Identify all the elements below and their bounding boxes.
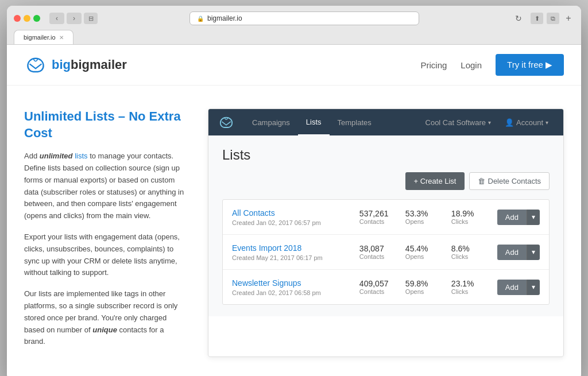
list-row: Events Import 2018 Created May 21, 2017 … <box>223 235 549 270</box>
account-label: Account <box>516 118 543 127</box>
app-body: Lists + Create List 🗑 Delete Contacts Al <box>208 135 563 316</box>
list-row: All Contacts Created Jan 02, 2017 06:57 … <box>223 200 549 235</box>
active-tab[interactable]: bigmailer.io ✕ <box>14 30 74 44</box>
account-dropdown[interactable]: 👤 Account ▾ <box>499 118 554 127</box>
maximize-button[interactable] <box>33 15 40 22</box>
section-para3: Our lists are implemented like tags in o… <box>24 288 185 348</box>
logo-text: bigbigmailer <box>52 57 127 72</box>
opens-label: Opens <box>405 253 440 260</box>
nav-templates[interactable]: Templates <box>330 109 380 135</box>
add-dropdown-button[interactable]: ▾ <box>527 280 540 295</box>
clicks-value: 18.9% <box>451 209 486 218</box>
app-nav-logo <box>218 115 235 129</box>
url-text: bigmailer.io <box>207 14 242 22</box>
address-bar[interactable]: 🔒 bigmailer.io <box>189 11 419 25</box>
browser-window: ‹ › ⊟ 🔒 bigmailer.io ↻ ⬆ ⧉ + bigmailer.i… <box>7 6 581 376</box>
left-content: Unlimited Lists – No Extra Cost Add unli… <box>24 108 185 357</box>
nav-buttons: ‹ › ⊟ <box>49 13 98 24</box>
nav-lists[interactable]: Lists <box>298 109 330 135</box>
opens-value: 59.8% <box>405 279 440 288</box>
list-info: All Contacts Created Jan 02, 2017 06:57 … <box>232 208 348 226</box>
new-tab-button[interactable]: + <box>563 13 574 24</box>
app-panel: Campaigns Lists Templates Cool Cat Softw… <box>208 108 564 357</box>
list-info: Events Import 2018 Created May 21, 2017 … <box>232 243 348 261</box>
lists-toolbar: + Create List 🗑 Delete Contacts <box>222 172 550 190</box>
list-stat-clicks: 23.1% Clicks <box>451 279 486 295</box>
clicks-value: 8.6% <box>451 244 486 253</box>
list-info: Newsletter Signups Created Jan 02, 2017 … <box>232 278 348 296</box>
create-list-button[interactable]: + Create List <box>405 172 464 190</box>
add-button-group: Add ▾ <box>497 280 540 295</box>
list-stat-contacts: 409,057 Contacts <box>359 279 394 295</box>
logo-area: bigbigmailer <box>24 56 127 73</box>
app-nav: Campaigns Lists Templates Cool Cat Softw… <box>208 109 563 135</box>
page-title: Lists <box>222 147 550 163</box>
close-button[interactable] <box>14 15 21 22</box>
list-name[interactable]: Newsletter Signups <box>232 278 301 288</box>
minimize-button[interactable] <box>24 15 30 22</box>
brand-dropdown[interactable]: Cool Cat Software ▾ <box>420 118 497 127</box>
browser-chrome: ‹ › ⊟ 🔒 bigmailer.io ↻ ⬆ ⧉ + bigmailer.i… <box>7 6 581 45</box>
back-button[interactable]: ‹ <box>49 13 64 24</box>
main-layout: Unlimited Lists – No Extra Cost Add unli… <box>7 86 581 376</box>
add-button-group: Add ▾ <box>497 245 540 260</box>
list-stat-opens: 59.8% Opens <box>405 279 440 295</box>
refresh-button[interactable]: ↻ <box>511 13 526 24</box>
tabs-icon[interactable]: ⧉ <box>547 13 559 24</box>
lock-icon: 🔒 <box>197 15 204 22</box>
site-header: bigbigmailer Pricing Login Try it free ▶ <box>7 45 581 86</box>
brand-caret-icon: ▾ <box>488 119 491 126</box>
section-para2: Export your lists with engagement data (… <box>24 231 185 279</box>
list-created: Created Jan 02, 2017 06:57 pm <box>232 219 348 226</box>
opens-value: 53.3% <box>405 209 440 218</box>
list-stat-opens: 53.3% Opens <box>405 209 440 225</box>
italic-unique: unique <box>92 325 117 334</box>
app-nav-right: Cool Cat Software ▾ 👤 Account ▾ <box>420 118 554 127</box>
browser-tabs: bigmailer.io ✕ <box>14 30 574 44</box>
contacts-label: Contacts <box>359 253 394 260</box>
contacts-value: 537,261 <box>359 209 394 218</box>
nav-campaigns[interactable]: Campaigns <box>244 109 298 135</box>
lists-table: All Contacts Created Jan 02, 2017 06:57 … <box>222 199 550 305</box>
opens-label: Opens <box>405 288 440 295</box>
section-para1: Add unlimited lists to manage your conta… <box>24 150 185 222</box>
sidebar-toggle[interactable]: ⊟ <box>84 13 98 24</box>
try-free-button[interactable]: Try it free ▶ <box>496 54 564 76</box>
delete-contacts-label: Delete Contacts <box>488 177 541 185</box>
lists-link[interactable]: lists <box>75 152 87 160</box>
list-name[interactable]: All Contacts <box>232 208 275 218</box>
forward-button[interactable]: › <box>67 13 82 24</box>
list-stat-clicks: 18.9% Clicks <box>451 209 486 225</box>
delete-contacts-button[interactable]: 🗑 Delete Contacts <box>469 172 550 190</box>
page-content: bigbigmailer Pricing Login Try it free ▶… <box>7 45 581 376</box>
contacts-label: Contacts <box>359 218 394 225</box>
tab-title: bigmailer.io <box>24 34 56 41</box>
list-created: Created May 21, 2017 06:17 pm <box>232 254 348 261</box>
clicks-value: 23.1% <box>451 279 486 288</box>
add-dropdown-button[interactable]: ▾ <box>527 210 540 225</box>
add-button-group: Add ▾ <box>497 210 540 225</box>
list-stat-opens: 45.4% Opens <box>405 244 440 260</box>
section-heading: Unlimited Lists – No Extra Cost <box>24 108 185 141</box>
clicks-label: Clicks <box>451 253 486 260</box>
opens-label: Opens <box>405 218 440 225</box>
add-button[interactable]: Add <box>497 280 527 295</box>
login-link[interactable]: Login <box>461 60 482 70</box>
list-created: Created Jan 02, 2017 06:58 pm <box>232 289 348 296</box>
list-row: Newsletter Signups Created Jan 02, 2017 … <box>223 270 549 304</box>
add-dropdown-button[interactable]: ▾ <box>527 245 540 260</box>
list-name[interactable]: Events Import 2018 <box>232 243 301 253</box>
contacts-value: 38,087 <box>359 244 394 253</box>
titlebar: ‹ › ⊟ 🔒 bigmailer.io ↻ ⬆ ⧉ + <box>14 11 574 25</box>
share-icon[interactable]: ⬆ <box>531 13 543 24</box>
add-button[interactable]: Add <box>497 210 527 225</box>
tab-close-button[interactable]: ✕ <box>59 34 64 41</box>
clicks-label: Clicks <box>451 218 486 225</box>
opens-value: 45.4% <box>405 244 440 253</box>
logo-icon <box>24 56 47 73</box>
pricing-link[interactable]: Pricing <box>420 60 447 70</box>
add-button[interactable]: Add <box>497 245 527 260</box>
site-nav: Pricing Login Try it free ▶ <box>420 54 564 76</box>
contacts-value: 409,057 <box>359 279 394 288</box>
account-icon: 👤 <box>505 118 514 127</box>
